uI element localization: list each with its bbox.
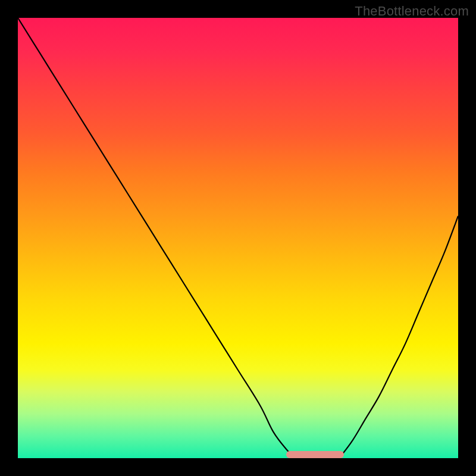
plot-area: [18, 18, 458, 458]
flat-marker: [286, 451, 343, 458]
watermark-text: TheBottleneck.com: [355, 4, 469, 19]
right-curve-line: [339, 216, 458, 458]
left-curve-line: [18, 18, 295, 458]
chart-lines: [18, 18, 458, 458]
chart-frame: TheBottleneck.com: [0, 0, 476, 476]
